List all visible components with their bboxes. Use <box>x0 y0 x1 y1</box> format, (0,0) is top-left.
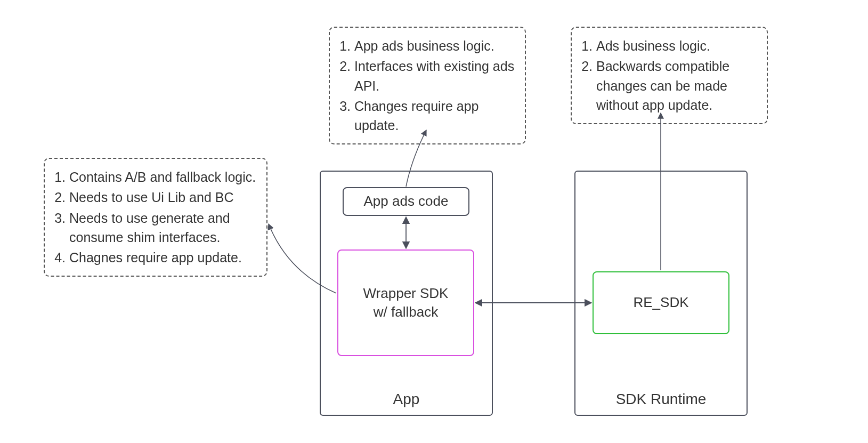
arrow-appads-to-note <box>406 130 426 187</box>
arrow-wrapper-to-note <box>269 224 336 293</box>
arrows-layer <box>0 0 868 443</box>
